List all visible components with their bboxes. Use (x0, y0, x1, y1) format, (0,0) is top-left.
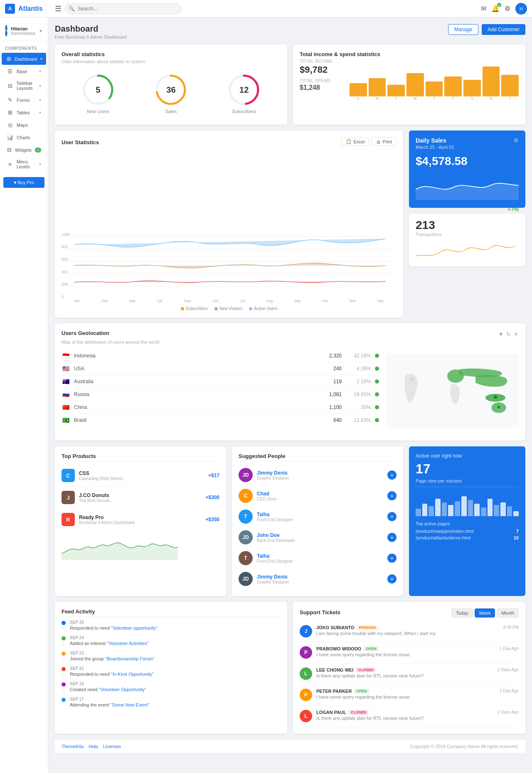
sidebar-user[interactable]: H Hilarian Administrator ▼ (0, 21, 48, 41)
feed-link-3[interactable]: "Boardsmanship Forum" (105, 656, 155, 661)
forms-arrow-icon: ▾ (39, 98, 41, 102)
product-jco: J J.CO Donuts The Best Donuts +$300 (62, 487, 219, 509)
sidebar-item-maps[interactable]: ◎ Maps (2, 119, 46, 131)
pct-brasil: 11.63% (346, 417, 371, 423)
ticket-lee-time: 2 Days Ago (498, 667, 519, 680)
feed-line-1 (64, 627, 64, 630)
person-talha2-add-button[interactable]: + (387, 554, 397, 563)
mail-icon[interactable]: ✉ (481, 5, 486, 12)
flag-usa: 🇺🇸 (62, 366, 70, 372)
suggested-people-title: Suggested People (239, 453, 397, 459)
bell-icon[interactable]: 🔔● (491, 5, 500, 12)
sidebar-item-widgets[interactable]: ⊟ Widgets 0 (2, 144, 46, 156)
feed-item-6: SEP 17 Attending the event "Some New Eve… (62, 697, 281, 707)
bar-4 (406, 73, 424, 96)
row-feed-support: Feed Activity SEP 25 Responded to need "… (55, 602, 525, 734)
tab-month[interactable]: Month (497, 608, 519, 618)
tables-icon: ⊞ (7, 109, 13, 116)
chevron-down-icon[interactable]: ▼ (498, 331, 504, 337)
feed-link-6[interactable]: "Some New Event" (111, 702, 149, 707)
person-jimmy1-add-button[interactable]: + (387, 470, 397, 480)
user-avatar[interactable]: H (515, 3, 527, 15)
search-input[interactable] (65, 3, 181, 14)
sidebar-item-forms[interactable]: ✎ Forms ▾ (2, 94, 46, 106)
svg-text:0: 0 (62, 295, 64, 299)
sidebar-item-sidebar-layouts[interactable]: ⊟ Sidebar Layouts ▾ (2, 78, 46, 94)
person-talha1-name: Talha (257, 512, 383, 517)
country-usa: USA (74, 366, 313, 372)
ticket-logan-status: CLOSED (349, 710, 369, 715)
products-divider (62, 461, 219, 461)
sidebar-item-tables[interactable]: ⊞ Tables ▾ (2, 106, 46, 118)
stat-circles: 5 New Users 36 Sales (62, 69, 281, 118)
row-user-stats: User Statistics 📋 Excel 🖨 Print (55, 130, 525, 318)
feed-dot-6 (62, 698, 66, 702)
feed-link-2[interactable]: "Volunteer Activities" (107, 641, 148, 646)
feed-text-6: Attending the event "Some New Event" (70, 702, 149, 707)
menu-levels-arrow-icon: ▾ (39, 162, 41, 167)
person-johndoe-add-button[interactable]: + (387, 533, 397, 542)
feed-item-4: SEP 21 Responded to need "In-Kind Opport… (62, 666, 281, 677)
person-jimmy2-name: Jimmy Denis (257, 574, 383, 580)
feed-link-4[interactable]: "In-Kind Opportunity" (111, 672, 154, 677)
person-jimmy2-info: Jimmy Denis Graphic Designer (257, 574, 383, 584)
footer-link-themekita[interactable]: ThemeKita (62, 744, 84, 749)
daily-sales-title: Daily Sales (416, 137, 454, 144)
excel-button[interactable]: 📋 Excel (341, 137, 369, 146)
menu-toggle-icon[interactable]: ☰ (55, 4, 62, 13)
feed-line-4 (64, 673, 64, 677)
top-products-title: Top Products (62, 453, 219, 459)
feed-link-5[interactable]: "Volunteer Opportunity" (99, 687, 146, 692)
feed-text-2: Added an interest "Volunteer Activities" (70, 641, 148, 646)
footer-link-help[interactable]: Help (89, 744, 98, 749)
refresh-icon[interactable]: ↻ (506, 331, 511, 337)
product-css-icon: C (62, 469, 75, 482)
manage-button[interactable]: Manage (448, 24, 478, 35)
sidebar-item-menu-levels[interactable]: ≡ Menu Levels ▾ (2, 156, 46, 172)
feed-dot-col-6 (62, 697, 66, 707)
ticket-lee: L LEE CHONG WEI CLOSED Is there any upda… (300, 663, 519, 684)
person-talha2-name: Talha (257, 553, 383, 559)
widgets-icon: ⊟ (7, 147, 12, 153)
buy-pro-button[interactable]: ♥ Buy Pro (3, 177, 44, 188)
footer: ThemeKita Help Licenses Copyright © 2019… (55, 739, 525, 753)
stat-new-users: 5 New Users (81, 73, 115, 114)
income-chart: S M T W T F S M T (350, 59, 519, 101)
ticket-logan-avatar: L (300, 710, 312, 722)
ticket-prabowo-info: PRABOWO WIDODO OPEN I have some query re… (316, 646, 495, 659)
product-jco-info: J.CO Donuts The Best Donuts (79, 492, 201, 503)
tab-today[interactable]: Today (451, 608, 473, 618)
user-stats-card: User Statistics 📋 Excel 🖨 Print (55, 130, 403, 318)
footer-link-licenses[interactable]: Licenses (103, 744, 121, 749)
bar-7 (463, 80, 481, 96)
sidebar-item-base[interactable]: ☰ Base ▾ (2, 65, 46, 77)
bar-chart-labels: S M T W T F S M T (350, 96, 519, 101)
count-brasil: 640 (317, 417, 342, 423)
product-ready-desc: Bootstrap 4 Admin Dashboard (79, 520, 201, 525)
settings-icon-daily[interactable]: ⚙ (514, 137, 519, 143)
tab-week[interactable]: Week (475, 608, 495, 618)
active-bar-6 (448, 505, 453, 516)
person-talha1-add-button[interactable]: + (387, 512, 397, 521)
feed-date-3: SEP 23 (70, 651, 155, 655)
sidebar-item-charts[interactable]: 📊 Charts (2, 131, 46, 143)
feed-content-3: SEP 23 Joined the group "Boardsmanship F… (70, 651, 155, 661)
product-ready: R Ready Pro Bootstrap 4 Admin Dashboard … (62, 509, 219, 531)
person-chad-add-button[interactable]: + (387, 491, 397, 500)
add-customer-button[interactable]: Add Customer (482, 24, 525, 35)
sidebar-item-dashboard[interactable]: ⊞ Dashboard ▾ (2, 53, 46, 65)
overall-stats-title: Overall statistics (62, 51, 281, 57)
feed-link-1[interactable]: "Volunteer opportunity" (111, 625, 158, 630)
print-button[interactable]: 🖨 Print (372, 137, 397, 146)
ticket-joko-info: JOKO SUBIANTO PENDING I am facing some t… (316, 625, 499, 638)
forms-icon: ✎ (7, 97, 13, 103)
geo-dot-australia (375, 379, 379, 384)
settings-icon[interactable]: ⚙ (505, 5, 510, 12)
feed-content-4: SEP 21 Responded to need "In-Kind Opport… (70, 666, 154, 677)
product-ready-info: Ready Pro Bootstrap 4 Admin Dashboard (79, 515, 201, 525)
person-jimmy2-add-button[interactable]: + (387, 574, 397, 583)
product-css-name: CSS (79, 470, 204, 476)
feed-text-5: Created need "Volunteer Opportunity" (70, 687, 146, 692)
daily-sales-amount: $4,578.58 (416, 155, 519, 168)
close-geo-icon[interactable]: ✕ (514, 331, 519, 337)
